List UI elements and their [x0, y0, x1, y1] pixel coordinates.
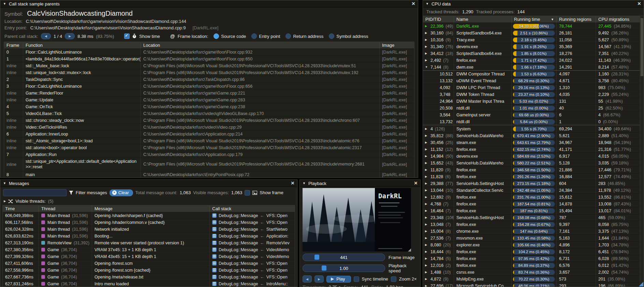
expander-icon[interactable]: ▶	[425, 236, 428, 240]
message-row[interactable]: 627,558,996nsGame(36,704)Opening /forest…	[3, 267, 295, 273]
callstack-row[interactable]: 8mainC:\Users\wolf\Desktop\darkrl\src\En…	[4, 171, 414, 177]
cpu-row[interactable]: ▶12,016(2)firefox.exe84.89 ms (0.37%)6,5…	[423, 262, 640, 269]
expander-icon[interactable]: ▶	[425, 257, 428, 260]
message-row[interactable]: 627,411,606nsGame(36,704)Opening /forest…	[3, 260, 295, 267]
col-callstack[interactable]: Call stack	[209, 205, 295, 212]
cpu-row[interactable]: ▶29,388(77)ServiceHub.SettingsHost273.15…	[423, 180, 640, 187]
callstack-row[interactable]: 7Application::RunC:\Users\wolf\Desktop\d…	[4, 151, 414, 158]
cpu-scrollbar[interactable]	[640, 16, 644, 287]
cpu-row[interactable]: ▶15,004(8)chrome.exe147 ms (0.64%)7,1613…	[423, 228, 640, 234]
cpu-row[interactable]: ▶8,080(20)explorer.exe105.66 ms (0.46%)4…	[423, 241, 640, 248]
expander-icon[interactable]: ▶	[425, 31, 428, 34]
callstack-row[interactable]: inlinestd::unique_ptr<Application,std::d…	[4, 158, 414, 171]
radio-symbol-address[interactable]: Symbol address	[329, 33, 368, 39]
zoom-2x-checkbox[interactable]	[391, 276, 396, 282]
cpu-row[interactable]: ▶15,652(43)ServiceHub.DataWareho580.22 m…	[423, 159, 640, 166]
expander-icon[interactable]: ▶	[425, 189, 428, 192]
message-row[interactable]: 627,313,190nsRemoteView(31,392)Remote vi…	[3, 239, 295, 246]
col-cpu-migrations[interactable]: CPU migrations	[596, 16, 640, 23]
cpu-row[interactable]: ▶31,340(75)devenv.exe1.91 s (8.26%)35,36…	[423, 43, 640, 50]
prev-parent-button[interactable]: ◀	[41, 33, 51, 39]
cpu-row[interactable]: ▶22,396(49)DarkRL.exe14.33 s (62.06%)78,…	[423, 23, 640, 29]
cpu-row[interactable]: ▶30,160(84)ScriptedSandbox64.exe2.51 s (…	[423, 29, 640, 36]
cpu-row[interactable]: ▶4(126)System1.55 s (6.70%)69,29434,400(…	[423, 125, 640, 132]
sync-timeline-checkbox[interactable]	[354, 276, 359, 282]
callstack-row[interactable]: inlineGame::UpdateC:\Users\wolf\Desktop\…	[4, 96, 414, 103]
expander-icon[interactable]: ▶	[425, 25, 428, 28]
show-frame-checkbox[interactable]	[245, 190, 250, 196]
expander-icon[interactable]: ▶	[425, 161, 428, 164]
col-name[interactable]: Name	[454, 16, 511, 23]
col-running-time[interactable]: Running time▼	[511, 16, 556, 23]
filter-input[interactable]	[3, 189, 67, 196]
expander-icon[interactable]: ▶	[425, 155, 428, 158]
close-icon[interactable]: ×	[291, 181, 294, 186]
cpu-row[interactable]: ▶30,456(25)steam.exe643.61 ms (2.79%)34,…	[423, 139, 640, 146]
radio-entry-point[interactable]: Entry point	[251, 33, 280, 39]
step-forward-button[interactable]: ▶	[314, 275, 324, 283]
close-icon[interactable]: ×	[414, 181, 418, 186]
col-thread[interactable]: Thread	[39, 205, 92, 212]
callstack-cell[interactable]: DebugLog::Message←VFS::Open	[209, 274, 295, 280]
col-pid-tid[interactable]: PID/TID	[423, 16, 454, 23]
callstack-row[interactable]: inlinestd::chrono::steady_clock::nowC:\P…	[4, 117, 414, 124]
callstack-row[interactable]: 6Application::InnerLoopC:\Users\wolf\Des…	[4, 130, 414, 137]
cpu-row[interactable]: ▶12,692(9)firefox.exe231.76 ms (1.00%)15…	[423, 193, 640, 200]
close-icon[interactable]: ×	[638, 1, 641, 6]
cpu-scrollbar-thumb[interactable]	[641, 18, 643, 76]
col-image[interactable]: Image	[379, 42, 414, 48]
expander-icon[interactable]: ▶	[425, 243, 428, 246]
expander-icon[interactable]: ▶	[425, 250, 428, 253]
cpu-row[interactable]: 4,092DWM LPC Port Thread29.16 ms (0.13%)…	[423, 84, 640, 91]
col-message[interactable]: Message	[92, 205, 209, 212]
step-back-button[interactable]: ◀	[303, 275, 312, 283]
col-location[interactable]: Location	[141, 42, 379, 48]
callstack-cell[interactable]: DebugLog::Message←RemoteViev	[209, 240, 295, 246]
collapse-icon[interactable]: ▼	[3, 182, 6, 185]
expander-icon[interactable]: ▶	[425, 230, 428, 233]
callstack-row[interactable]: 4Game::OnTickC:\Users\wolf\Desktop\darkr…	[4, 103, 414, 110]
callstack-row[interactable]: 3Floor::CalcLightNoLuminanceC:\Users\wol…	[4, 83, 414, 89]
cpu-row[interactable]: ▶4,768(7)firefox.exe187.54 ms (0.81%)14,…	[423, 200, 640, 207]
expander-icon[interactable]: ▶	[425, 277, 428, 281]
cpu-row[interactable]: ▶18,444(6)firefox.exe104.2 ms (0.45%)8,1…	[423, 248, 640, 255]
callstack-row[interactable]: inlinestd::_Mutex_base::lockC:\Program F…	[4, 62, 414, 69]
message-row[interactable]: 606,117,568nsMain thread(31,596)Opening …	[3, 219, 295, 226]
expander-icon[interactable]: ▶	[425, 223, 428, 226]
cpu-row[interactable]: ▶27,536(7)msvsmon.exe133.45 ms (0.58%)5,…	[423, 234, 640, 241]
expander-icon[interactable]: ▶	[425, 182, 428, 185]
cpu-row[interactable]: ▶11,828(6)firefox.exe291.26 ms (1.26%)16…	[423, 173, 640, 180]
expander-icon[interactable]: ▶	[425, 196, 428, 199]
cpu-row[interactable]: 24,964DWM Master Input Threa5.03 ms (0.0…	[423, 98, 640, 104]
expander-icon[interactable]: ▶	[425, 168, 428, 171]
callstack-row[interactable]: inlinestd::atomic<bool>::operator boolC:…	[4, 144, 414, 151]
callstack-cell[interactable]: DebugLog::Message←VFS::Open	[209, 212, 295, 219]
callstack-row[interactable]: inlineGame::RenderFloorC:\Users\wolf\Des…	[4, 89, 414, 96]
cpu-row[interactable]: ▶27,696(17)Microsoft.ServiceHub.Co48.06 …	[423, 282, 640, 287]
expander-icon[interactable]: ▶	[425, 175, 428, 178]
expander-icon[interactable]: ▼	[425, 66, 428, 69]
callstack-row[interactable]: 2TaskDispatch::SyncC:\Users\wolf\Desktop…	[4, 76, 414, 83]
cpu-row[interactable]: 13,732ntdll.dll5.84 us (0.00%)10(0.00%)	[423, 118, 640, 125]
callstack-cell[interactable]: DebugLog::Message←VideoMemo	[209, 246, 295, 253]
expander-icon[interactable]: ▶	[425, 45, 428, 48]
message-row[interactable]: 626,024,328nsMain thread(31,596)Network …	[3, 226, 295, 232]
frame-slider[interactable]: 441	[303, 254, 385, 261]
collapse-icon[interactable]: ▼	[426, 2, 429, 5]
expander-icon[interactable]: ▶	[425, 127, 428, 130]
callstack-row[interactable]: 0Floor::CalcLightNoLuminanceC:\Users\wol…	[4, 48, 414, 55]
expander-icon[interactable]: ▶	[425, 134, 428, 137]
expander-icon[interactable]: ▶	[425, 141, 428, 144]
expander-icon[interactable]: ▶	[425, 202, 428, 205]
callstack-row[interactable]: 5VideoGLBase::TickC:\Users\wolf\Desktop\…	[4, 110, 414, 117]
cpu-row[interactable]: ▶11,152(12)firefox.exe632.15 ms (2.74%)4…	[423, 146, 640, 153]
cpu-row[interactable]: 3,748DWM Token Thread23.37 ms (0.10%)4,0…	[423, 91, 640, 98]
cpu-row[interactable]: ▶11,820(9)firefox.exe346.58 ms (1.50%)21…	[423, 166, 640, 173]
next-parent-button[interactable]: ▶	[65, 33, 75, 39]
message-row[interactable]: 626,833,622nsMain thread(31,596)Booting.…	[3, 232, 295, 239]
expander-icon[interactable]: ▶	[425, 216, 428, 219]
callstack-cell[interactable]: DebugLog::Message←VFS::Open	[209, 267, 295, 273]
expander-icon[interactable]: ▶	[425, 52, 428, 55]
callstack-cell[interactable]: DebugLog::Message←VFS::Open	[209, 219, 295, 226]
expander-icon[interactable]: ▶	[425, 271, 428, 274]
